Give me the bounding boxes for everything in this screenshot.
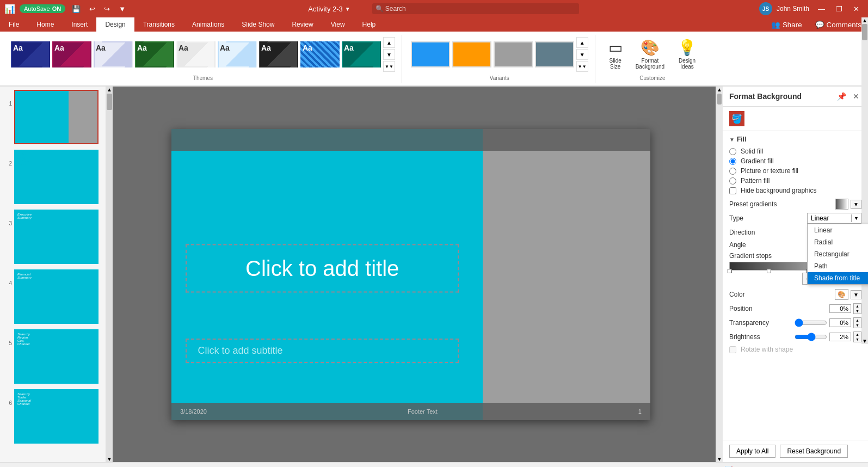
position-up[interactable]: ▲ [854,304,861,309]
variant-item-2[interactable] [494,41,533,67]
solid-fill-radio[interactable] [729,148,736,155]
tab-view[interactable]: View [322,17,354,32]
themes-scroll-down[interactable]: ▼ [383,49,395,60]
brightness-slider[interactable] [795,333,827,341]
variant-item-0[interactable] [411,41,450,67]
position-input[interactable] [829,304,851,313]
transparency-input[interactable] [829,318,851,327]
tab-animations[interactable]: Animations [183,17,233,32]
color-picker-btn[interactable]: 🎨 [835,289,848,300]
slide-thumbnail-6[interactable]: Sales byTrade,SeasonalChannel [14,389,99,444]
slide-sorter-button[interactable]: ⊞ [788,465,797,468]
theme-item-7[interactable]: Aa [300,41,340,67]
type-option-linear[interactable]: Linear [808,224,868,236]
fill-section-header[interactable]: ▼ Fill [729,136,861,143]
color-dropdown[interactable]: ▼ [851,290,861,299]
theme-item-3[interactable]: Aa [135,41,174,67]
themes-scroll-up[interactable]: ▲ [383,37,395,48]
format-vscroll-down[interactable]: ▼ [717,456,722,462]
picture-fill-radio[interactable] [729,168,736,175]
title-placeholder[interactable]: Click to add title [186,244,459,293]
autosave-badge[interactable]: AutoSave ON [20,4,65,13]
close-button[interactable]: ✕ [849,3,864,15]
variant-item-3[interactable] [535,41,574,67]
gradient-fill-radio[interactable] [729,158,736,165]
gradient-stop-0[interactable] [728,269,732,273]
preset-gradient-swatch[interactable] [835,199,848,210]
hide-bg-graphics-option[interactable]: Hide background graphics [729,187,861,194]
picture-fill-option[interactable]: Picture or texture fill [729,167,861,175]
tab-home[interactable]: Home [28,17,63,32]
type-option-radial[interactable]: Radial [808,236,868,248]
slide-canvas[interactable]: Click to add title Click to add subtitle… [171,129,650,420]
format-background-button[interactable]: 🎨 FormatBackground [631,36,669,72]
vscroll-up[interactable]: ▲ [107,87,112,93]
slide-thumb-1[interactable]: 1 [2,89,103,145]
customize-qat-button[interactable]: ▼ [116,3,128,15]
tab-file[interactable]: File [0,17,28,32]
theme-item-6[interactable]: Aa [259,41,298,67]
slide-thumb-3[interactable]: 3 ExecutiveSummary [2,208,103,265]
tab-transitions[interactable]: Transitions [134,17,183,32]
variants-scroll-more[interactable]: ▼▼ [576,61,588,72]
slide-size-button[interactable]: ▭ SlideSize [604,36,627,72]
vscroll-down[interactable]: ▼ [107,456,112,462]
type-dropdown-trigger[interactable]: Linear ▼ [807,213,861,224]
rotate-with-shape-checkbox[interactable] [729,346,736,353]
theme-item-8[interactable]: Aa [342,41,381,67]
position-down[interactable]: ▼ [854,309,861,314]
tab-insert[interactable]: Insert [63,17,96,32]
dropdown-arrow[interactable]: ▼ [345,6,350,12]
pattern-fill-option[interactable]: Pattern fill [729,177,861,185]
solid-fill-option[interactable]: Solid fill [729,148,861,155]
gradient-fill-option[interactable]: Gradient fill [729,157,861,165]
format-vscroll-up[interactable]: ▲ [717,87,722,93]
comments-button[interactable]: 💬 Comments [809,17,868,32]
apply-to-all-button[interactable]: Apply to All [729,445,775,458]
tab-review[interactable]: Review [283,17,322,32]
transparency-up[interactable]: ▲ [854,318,861,323]
slide-thumbnail-3[interactable]: ExecutiveSummary [14,210,99,264]
restore-button[interactable]: ❐ [832,3,847,15]
theme-item-1[interactable]: Aa [52,41,91,67]
slide-thumbnail-2[interactable]: ActiveBridgesActivityReport [14,150,99,204]
theme-item-2[interactable]: Aa [94,41,133,67]
preset-gradient-dropdown[interactable]: ▼ [851,200,861,209]
save-button[interactable]: 💾 [70,3,83,15]
reading-view-button[interactable]: 📖 [801,465,812,468]
slide-thumb-5[interactable]: 5 Sales byRegion,Geo,Channel [2,328,103,385]
panel-pin-button[interactable]: 📌 [835,91,848,102]
transparency-down[interactable]: ▼ [854,323,861,328]
share-button[interactable]: 👥 Share [765,17,809,32]
type-option-rectangular[interactable]: Rectangular [808,248,868,260]
slide-thumbnail-1[interactable] [14,90,99,144]
type-option-shade-from-title[interactable]: Shade from title [808,272,868,284]
tab-help[interactable]: Help [354,17,385,32]
tab-slideshow[interactable]: Slide Show [233,17,283,32]
slide-thumb-2[interactable]: 2 ActiveBridgesActivityReport [2,149,103,205]
themes-scroll-more[interactable]: ▼▼ [383,61,395,72]
tab-design[interactable]: Design [96,17,134,32]
hide-bg-graphics-checkbox[interactable] [729,187,736,194]
minimize-button[interactable]: — [814,3,829,15]
type-dropdown-arrow[interactable]: ▼ [851,214,861,222]
undo-button[interactable]: ↩ [87,3,97,15]
variant-item-1[interactable] [452,41,491,67]
brightness-up[interactable]: ▲ [854,332,861,337]
theme-item-0[interactable]: Aa [11,41,50,67]
gradient-stop-1[interactable] [767,269,771,273]
normal-view-button[interactable]: ▦ [761,465,770,468]
notes-button[interactable]: 📝 Notes [723,465,756,468]
theme-item-5[interactable]: Aa [218,41,257,67]
redo-button[interactable]: ↪ [102,3,112,15]
panel-close-button[interactable]: ✕ [851,91,861,102]
pattern-fill-radio[interactable] [729,177,736,185]
design-ideas-button[interactable]: 💡 DesignIdeas [673,36,701,72]
slide-thumbnail-4[interactable]: FinancialSummary [14,269,99,324]
subtitle-placeholder[interactable]: Click to add subtitle [186,339,459,363]
reset-background-button[interactable]: Reset Background [780,445,848,458]
slide-thumbnail-5[interactable]: Sales byRegion,Geo,Channel [14,329,99,384]
transparency-slider[interactable] [795,318,827,327]
variants-scroll-down[interactable]: ▼ [576,49,588,60]
outline-view-button[interactable]: ☰ [774,465,784,468]
